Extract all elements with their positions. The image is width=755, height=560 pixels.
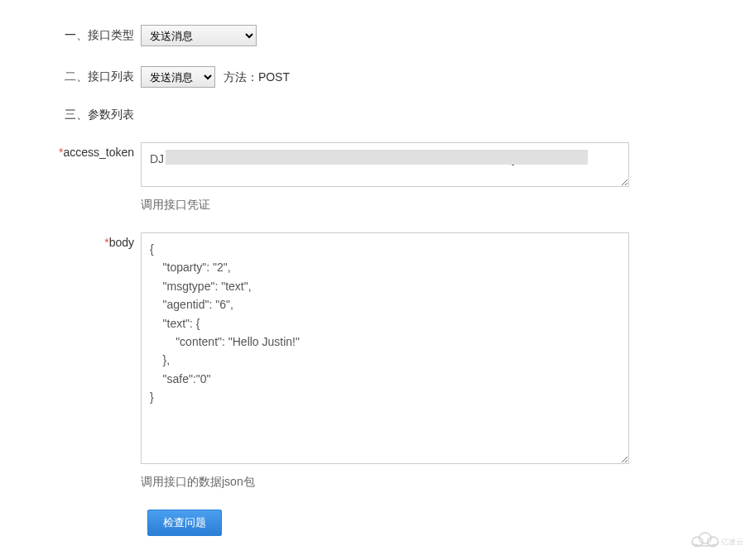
interface-type-value: 发送消息 <box>141 25 722 46</box>
cloud-logo-icon: 亿速云 <box>685 528 745 551</box>
param-list-label: 三、参数列表 <box>33 108 141 122</box>
submit-row: 检查问题 <box>147 510 722 536</box>
interface-type-row: 一、接口类型 发送消息 <box>33 25 722 46</box>
body-hint: 调用接口的数据json包 <box>141 475 722 490</box>
param-list-row: 三、参数列表 <box>33 108 722 122</box>
interface-list-value: 发送消息 方法：POST <box>141 66 722 88</box>
interface-type-label: 一、接口类型 <box>33 25 141 43</box>
interface-type-select[interactable]: 发送消息 <box>141 25 257 46</box>
body-label: *body <box>33 232 141 249</box>
interface-list-label: 二、接口列表 <box>33 66 141 84</box>
watermark: 亿速云 <box>685 528 745 553</box>
interface-list-row: 二、接口列表 发送消息 方法：POST <box>33 66 722 88</box>
access-token-row: *access_token DJ dHcQWncJ 调用接口凭证 <box>33 142 722 213</box>
access-token-input[interactable]: DJ dHcQWncJ <box>141 142 629 187</box>
access-token-label: *access_token <box>33 142 141 159</box>
body-row: *body { "toparty": "2", "msgtype": "text… <box>33 232 722 490</box>
interface-list-select[interactable]: 发送消息 <box>141 66 215 88</box>
svg-text:亿速云: 亿速云 <box>720 538 743 546</box>
method-label: 方法：POST <box>224 70 290 84</box>
body-value: { "toparty": "2", "msgtype": "text", "ag… <box>141 232 722 490</box>
access-token-hint: 调用接口凭证 <box>141 198 722 213</box>
check-problem-button[interactable]: 检查问题 <box>147 510 222 536</box>
access-token-value: DJ dHcQWncJ 调用接口凭证 <box>141 142 722 213</box>
body-input[interactable]: { "toparty": "2", "msgtype": "text", "ag… <box>141 232 629 464</box>
